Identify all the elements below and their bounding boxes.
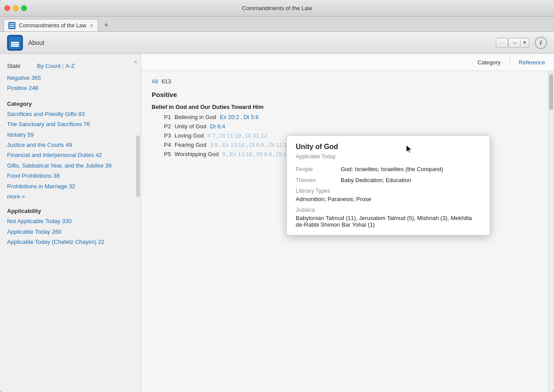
category-link-0[interactable]: Sacrifices and Priestly Gifts 83 — [7, 109, 134, 119]
nav-buttons: ← → ▼ — [496, 38, 529, 48]
tab-close-button[interactable]: × — [90, 22, 93, 29]
category-link-7[interactable]: Prohibitions in Marriage 32 — [7, 181, 134, 191]
sort-links: By Count | A-Z — [37, 63, 75, 69]
ref-link-dt64[interactable]: Dt 6:4 — [210, 123, 225, 130]
popup-literary-label: Literary Types — [296, 188, 481, 194]
popup-people-value: God; Israelites; Israelites (the Conques… — [341, 166, 481, 172]
cmd-name-p1: Believing in God — [175, 114, 216, 120]
svg-rect-0 — [9, 23, 15, 24]
tab-add-button[interactable]: + — [100, 19, 112, 31]
category-column-header: Category — [477, 59, 501, 66]
ref-link-dt56[interactable]: Dt 5:6 — [243, 114, 259, 120]
popup-judaica-value: Babylonian Talmud (11), Jerusalem Talmud… — [296, 215, 481, 228]
positive-heading: Positive — [152, 91, 543, 98]
header-divider — [509, 58, 510, 66]
tab-app-icon — [8, 22, 15, 29]
window: Commandments of the Law Commandments of … — [0, 0, 554, 392]
ref-link-ex202[interactable]: Ex 20:2 — [220, 114, 239, 120]
popup-judaica-section: Judaica Babylonian Talmud (11), Jerusale… — [296, 207, 481, 228]
applicability-header: Applicability — [7, 208, 134, 214]
content-area: Category Reference All 613 Positive Beli… — [141, 54, 554, 392]
popup-literary-value: Admonition; Paranesis; Prose — [296, 196, 481, 202]
popup-subtitle: Applicable Today — [296, 153, 481, 160]
category-link-3[interactable]: Justice and the Courts 49 — [7, 140, 134, 150]
commandment-row-p2: P2 Unity of God Dt 6:4 — [152, 123, 543, 130]
category-link-1[interactable]: The Sanctuary and Sacrifices 76 — [7, 119, 134, 129]
az-link[interactable]: A-Z — [66, 63, 75, 69]
sort-divider: | — [62, 63, 63, 69]
content-scrollbar-thumb[interactable] — [549, 75, 553, 110]
cmd-refs-p2: Dt 6:4 — [210, 123, 225, 130]
popup-themes-value: Baby Dedication; Education — [341, 177, 481, 183]
cmd-num-p2: P2 — [159, 123, 171, 130]
popup-people-label: People — [296, 166, 335, 172]
sidebar-scroll-indicator — [136, 135, 140, 197]
popup-title: Unity of God — [296, 143, 481, 151]
cmd-name-p2: Unity of God — [175, 123, 206, 130]
content-header: Category Reference — [141, 54, 554, 71]
popup-people-row: People God; Israelites; Israelites (the … — [296, 166, 481, 172]
maximize-button[interactable] — [21, 5, 27, 11]
app-icon-inner — [9, 37, 21, 49]
all-count: 613 — [161, 78, 171, 85]
commandment-row-p1: P1 Believing in God Ex 20:2 , Dt 5:6 — [152, 114, 543, 120]
category-link-5[interactable]: Gifts, Sabbatical Year, and the Jubilee … — [7, 161, 134, 171]
category-header: Category — [7, 101, 134, 107]
forward-button[interactable]: → — [508, 38, 521, 48]
belief-heading: Belief in God and Our Duties Toward Him — [152, 104, 543, 110]
by-count-link[interactable]: By Count — [37, 63, 60, 69]
sidebar: « State By Count | A-Z Negative 365 Posi… — [0, 54, 141, 392]
info-button[interactable]: i — [535, 37, 547, 49]
svg-rect-2 — [9, 27, 15, 28]
collapse-button[interactable]: « — [134, 58, 137, 65]
popup-judaica-label: Judaica — [296, 207, 481, 213]
popup-themes-row: Themes Baby Dedication; Education — [296, 177, 481, 183]
about-label: About — [28, 39, 45, 46]
category-link-6[interactable]: Food Prohibitions 38 — [7, 171, 134, 181]
popup-unity-of-god: Unity of God Applicable Today People God… — [286, 135, 490, 235]
popup-themes-label: Themes — [296, 177, 335, 183]
not-applicable-link[interactable]: Not Applicable Today 330 — [7, 216, 134, 226]
minimize-button[interactable] — [13, 5, 19, 11]
main-area: « State By Count | A-Z Negative 365 Posi… — [0, 54, 554, 392]
all-row: All 613 — [152, 78, 543, 85]
tab-label: Commandments of the Law — [19, 22, 86, 29]
content-scrollbar[interactable] — [548, 71, 554, 392]
category-link-2[interactable]: Idolatry 59 — [7, 130, 134, 140]
nav-dropdown-button[interactable]: ▼ — [521, 38, 529, 48]
all-link[interactable]: All — [152, 78, 158, 85]
title-bar: Commandments of the Law — [0, 0, 554, 17]
applicable-chafetz-link[interactable]: Applicable Today (Chafetz Chayim) 22 — [7, 237, 134, 247]
back-button[interactable]: ← — [496, 38, 508, 48]
positive-link[interactable]: Positive 248 — [7, 83, 134, 93]
state-filter-row: State By Count | A-Z — [7, 63, 134, 69]
toolbar: About ← → ▼ i — [0, 32, 554, 54]
close-button[interactable] — [4, 5, 10, 11]
app-icon — [7, 35, 23, 51]
tab-bar: Commandments of the Law × + — [0, 17, 554, 32]
cmd-refs-p1: Ex 20:2 , Dt 5:6 — [220, 114, 259, 120]
reference-column-header[interactable]: Reference — [519, 59, 545, 66]
popup-literary-section: Literary Types Admonition; Paranesis; Pr… — [296, 188, 481, 202]
category-link-4[interactable]: Financial and Interpersonal Duties 42 — [7, 150, 134, 160]
svg-rect-1 — [9, 25, 15, 26]
applicable-today-link[interactable]: Applicable Today 260 — [7, 227, 134, 237]
state-label: State — [7, 63, 33, 69]
tab-commandments[interactable]: Commandments of the Law × — [4, 19, 98, 31]
negative-link[interactable]: Negative 365 — [7, 73, 134, 83]
cmd-num-p1: P1 — [159, 114, 171, 120]
window-title: Commandments of the Law — [242, 5, 312, 11]
more-link[interactable]: more » — [7, 191, 134, 202]
traffic-lights — [4, 5, 27, 11]
